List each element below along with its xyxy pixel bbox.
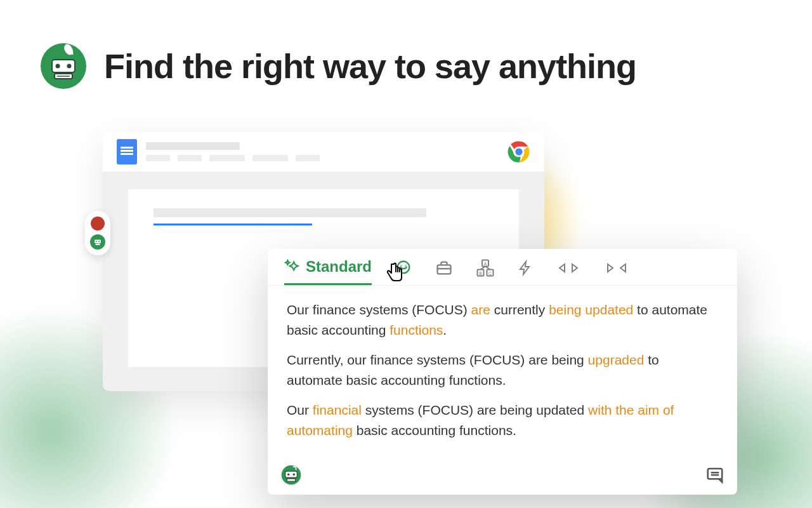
svg-text:A: A <box>484 261 487 265</box>
robot-logo-icon <box>41 43 86 89</box>
svg-text:B: B <box>479 271 482 275</box>
svg-rect-17 <box>438 265 451 274</box>
chat-bubble-icon <box>395 259 412 277</box>
svg-point-2 <box>56 64 60 69</box>
svg-rect-10 <box>95 240 101 244</box>
tab-energize[interactable] <box>518 259 533 284</box>
tab-formal[interactable] <box>435 259 453 284</box>
svg-point-30 <box>293 473 295 475</box>
tab-simplify[interactable]: A B C <box>476 258 495 285</box>
extension-badge[interactable] <box>85 211 110 255</box>
docs-topbar <box>103 132 544 171</box>
overlay-tabs: Standard A B <box>268 249 737 286</box>
svg-rect-31 <box>287 479 296 481</box>
svg-rect-1 <box>52 60 75 72</box>
svg-point-12 <box>98 241 100 242</box>
selection-underline <box>154 224 312 225</box>
tab-chat-bubble[interactable] <box>395 259 412 284</box>
tab-standard[interactable]: Standard <box>284 258 372 285</box>
docs-title-skeleton <box>146 142 499 161</box>
suggestion-item[interactable]: Our financial systems (FOCUS) are being … <box>287 400 718 440</box>
tab-expand[interactable] <box>556 260 581 284</box>
tab-label: Standard <box>306 258 372 276</box>
robot-footer-icon[interactable] <box>280 464 302 486</box>
svg-point-3 <box>67 64 72 69</box>
svg-point-29 <box>287 473 289 475</box>
svg-point-11 <box>96 241 97 242</box>
robot-mini-icon <box>90 234 105 250</box>
suggestion-item[interactable]: Our finance systems (FOCUS) are currentl… <box>287 300 718 340</box>
sparkle-star-icon <box>284 258 301 275</box>
svg-rect-28 <box>285 471 298 478</box>
google-docs-icon <box>117 139 137 164</box>
comment-icon[interactable] <box>705 465 724 485</box>
record-dot-icon <box>91 217 105 231</box>
chrome-icon <box>508 140 530 163</box>
expand-arrows-icon <box>556 260 581 276</box>
page-title: Find the right way to say anything <box>104 46 636 86</box>
tab-contract[interactable] <box>604 260 629 284</box>
page-header: Find the right way to say anything <box>41 43 636 89</box>
lightning-icon <box>518 259 533 277</box>
svg-point-14 <box>398 261 410 273</box>
suggestion-list: Our finance systems (FOCUS) are currentl… <box>268 286 737 459</box>
svg-text:C: C <box>488 271 492 275</box>
briefcase-icon <box>435 259 453 277</box>
suggestion-item[interactable]: Currently, our finance systems (FOCUS) a… <box>287 350 718 390</box>
contract-arrows-icon <box>604 260 629 276</box>
abc-boxes-icon: A B C <box>476 258 495 277</box>
svg-rect-13 <box>96 244 100 245</box>
suggestion-overlay: Standard A B <box>268 249 737 495</box>
svg-rect-32 <box>708 469 723 479</box>
